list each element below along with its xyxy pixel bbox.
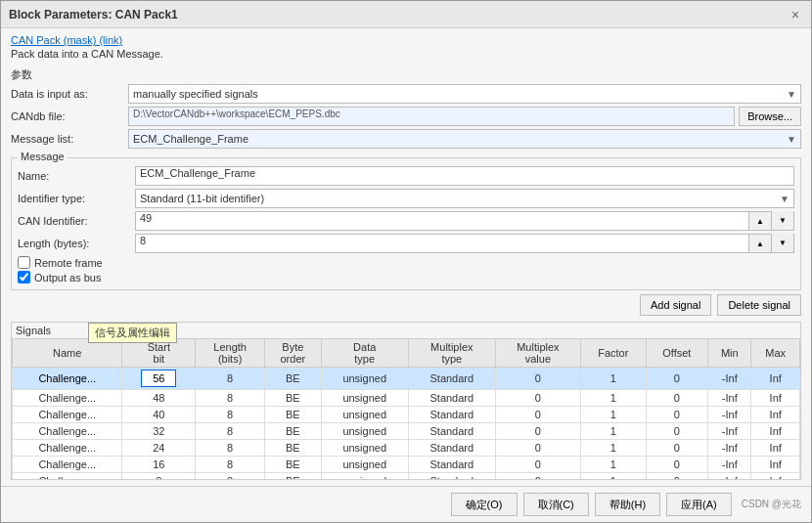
id-type-row: Identifier type: Standard (11-bit identi… — [18, 189, 794, 208]
message-list-combo[interactable]: ECM_Challenge_Frame ▼ — [128, 129, 801, 149]
add-signal-button[interactable]: Add signal — [640, 294, 711, 316]
can-id-label: CAN Identifier: — [18, 215, 135, 227]
signals-section: Signals Name Startbit Length(bits) Byteo… — [11, 322, 801, 480]
length-input[interactable]: 8 — [135, 234, 749, 253]
col-max: Max — [751, 339, 800, 368]
col-byte-order: Byteorder — [265, 339, 322, 368]
table-row[interactable]: Challenge...248BEunsignedStandard010-Inf… — [13, 440, 800, 457]
col-length: Length(bits) — [196, 339, 265, 368]
can-id-up-btn[interactable]: ▲ — [748, 211, 772, 231]
cancel-button[interactable]: 取消(C) — [523, 493, 589, 516]
output-as-bus-checkbox[interactable] — [18, 271, 30, 283]
col-offset: Offset — [646, 339, 707, 368]
data-input-row: Data is input as: manually specified sig… — [11, 84, 801, 104]
params-label: 参数 — [11, 67, 801, 82]
candb-input-container: D:\VectorCANdb++\workspace\ECM_PEPS.dbc … — [128, 107, 801, 126]
col-multiplex-type: Multiplextype — [408, 339, 495, 368]
table-row[interactable]: Challenge...328BEunsignedStandard010-Inf… — [13, 423, 800, 440]
remote-frame-checkbox[interactable] — [18, 256, 30, 269]
col-multiplex-value: Multiplexvalue — [495, 339, 580, 368]
output-as-bus-label: Output as bus — [34, 272, 102, 283]
can-id-container: 49 ▲ ▼ — [135, 211, 794, 231]
length-down-btn[interactable]: ▼ — [771, 234, 794, 253]
start-bit-edit-input[interactable] — [141, 370, 176, 387]
action-buttons: Add signal Delete signal — [11, 294, 801, 316]
signals-table: Name Startbit Length(bits) Byteorder Dat… — [12, 338, 800, 479]
window-title: Block Parameters: CAN Pack1 — [9, 8, 178, 22]
message-list-row: Message list: ECM_Challenge_Frame ▼ — [11, 129, 801, 149]
help-button[interactable]: 帮助(H) — [595, 493, 660, 516]
remote-frame-row: Remote frame — [18, 256, 794, 269]
header-description: Pack data into a CAN Message. — [11, 48, 801, 60]
candb-label: CANdb file: — [11, 110, 128, 122]
message-group: Message Name: ECM_Challenge_Frame Identi… — [11, 157, 801, 290]
table-row[interactable]: Challenge...88BEunsignedStandard010-InfI… — [13, 473, 800, 480]
browse-button[interactable]: Browse... — [739, 107, 801, 126]
name-input[interactable]: ECM_Challenge_Frame — [135, 166, 794, 186]
csdn-watermark: CSDN @光花 — [742, 498, 801, 511]
table-row[interactable]: Challenge...488BEunsignedStandard010-Inf… — [13, 390, 800, 407]
can-id-input[interactable]: 49 — [135, 211, 749, 231]
data-input-label: Data is input as: — [11, 88, 128, 100]
data-input-combo[interactable]: manually specified signals ▼ — [128, 84, 801, 104]
combo-arrow-icon: ▼ — [787, 89, 796, 100]
tooltip: 信号及属性编辑 — [88, 323, 177, 343]
output-as-bus-row: Output as bus — [18, 271, 794, 283]
header-link[interactable]: CAN Pack (mask) (link) — [11, 34, 801, 46]
id-type-arrow-icon: ▼ — [780, 194, 789, 204]
id-type-combo[interactable]: Standard (11-bit identifier) ▼ — [135, 189, 794, 208]
length-up-btn[interactable]: ▲ — [748, 234, 772, 253]
title-bar: Block Parameters: CAN Pack1 × — [1, 1, 811, 28]
remote-frame-label: Remote frame — [34, 257, 103, 269]
table-row[interactable]: Challenge...168BEunsignedStandard010-Inf… — [13, 457, 800, 473]
bottom-bar: 确定(O) 取消(C) 帮助(H) 应用(A) CSDN @光花 — [1, 486, 811, 522]
id-type-label: Identifier type: — [18, 193, 135, 204]
col-factor: Factor — [580, 339, 646, 368]
name-label: Name: — [18, 170, 135, 182]
col-min: Min — [708, 339, 751, 368]
can-id-row: CAN Identifier: 49 ▲ ▼ — [18, 211, 794, 231]
col-data-type: Datatype — [321, 339, 408, 368]
ok-button[interactable]: 确定(O) — [451, 493, 518, 516]
length-label: Length (bytes): — [18, 238, 135, 249]
main-window: Block Parameters: CAN Pack1 × CAN Pack (… — [0, 0, 812, 523]
candb-file-row: CANdb file: D:\VectorCANdb++\workspace\E… — [11, 107, 801, 126]
signals-table-container[interactable]: Name Startbit Length(bits) Byteorder Dat… — [12, 338, 800, 479]
main-content: CAN Pack (mask) (link) Pack data into a … — [1, 28, 811, 486]
apply-button[interactable]: 应用(A) — [666, 493, 732, 516]
length-container: 8 ▲ ▼ — [135, 234, 794, 253]
close-button[interactable]: × — [788, 7, 803, 22]
message-list-arrow-icon: ▼ — [787, 134, 796, 145]
delete-signal-button[interactable]: Delete signal — [717, 294, 801, 316]
table-row[interactable]: Challenge...408BEunsignedStandard010-Inf… — [13, 407, 800, 423]
table-row[interactable]: Challenge...8BEunsignedStandard010-InfIn… — [13, 368, 800, 390]
candb-input[interactable]: D:\VectorCANdb++\workspace\ECM_PEPS.dbc — [128, 107, 735, 126]
message-group-title: Message — [18, 151, 68, 162]
name-row: Name: ECM_Challenge_Frame — [18, 166, 794, 186]
length-row: Length (bytes): 8 ▲ ▼ — [18, 234, 794, 253]
message-list-label: Message list: — [11, 133, 128, 145]
can-id-down-btn[interactable]: ▼ — [771, 211, 794, 231]
